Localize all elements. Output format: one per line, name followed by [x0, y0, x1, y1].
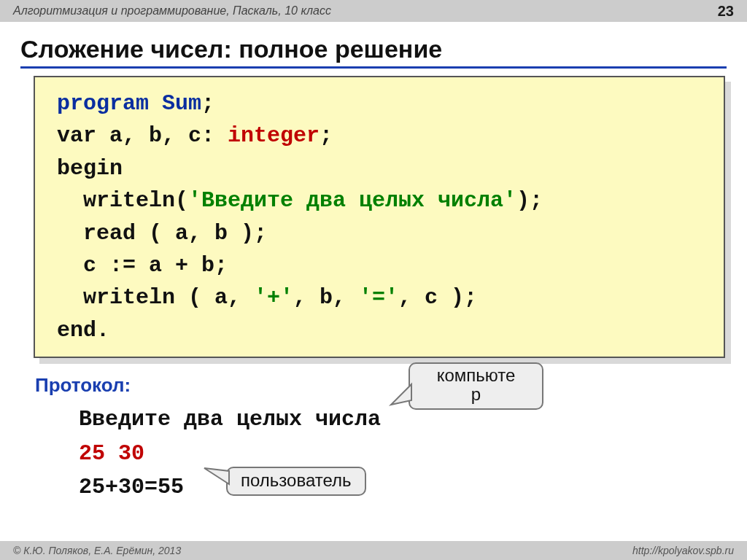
code-text: , b,	[293, 285, 359, 310]
code-text: ;	[201, 91, 214, 116]
code-string: '+'	[254, 285, 293, 310]
code-text: writeln ( a,	[57, 285, 254, 310]
code-text: var a, b, c:	[57, 123, 228, 148]
code-string: '='	[359, 285, 398, 310]
callout-user: пользователь	[226, 467, 366, 496]
code-text: ;	[320, 123, 333, 148]
callout-user-text: пользователь	[241, 470, 352, 490]
svg-marker-1	[204, 468, 229, 484]
protocol-line: 25+30=55	[79, 470, 747, 505]
callout-computer-text: компьюте р	[437, 366, 516, 405]
code-text: , c );	[398, 285, 477, 310]
code-string: 'Введите два целых числа'	[188, 188, 516, 213]
code-program-name: Sum	[162, 91, 201, 116]
slide-title: Сложение чисел: полное решение	[20, 35, 727, 69]
footer-copyright: © К.Ю. Поляков, Е.А. Ерёмин, 2013	[13, 545, 181, 556]
slide-header: Алгоритмизация и программирование, Паска…	[0, 0, 747, 22]
callout-tail-icon	[203, 467, 232, 489]
protocol-output: Введите два целых числа 25 30 25+30=55	[79, 402, 747, 505]
code-text: end.	[57, 318, 109, 343]
footer-url: http://kpolyakov.spb.ru	[632, 545, 734, 556]
slide: Алгоритмизация и программирование, Паска…	[0, 0, 747, 560]
code-text: );	[516, 188, 543, 213]
callout-computer: компьюте р	[409, 362, 543, 410]
svg-marker-0	[391, 384, 411, 405]
code-kw-program: program	[57, 91, 162, 116]
code-text: read ( a, b );	[57, 221, 267, 246]
code-text: writeln(	[57, 188, 188, 213]
slide-footer: © К.Ю. Поляков, Е.А. Ерёмин, 2013 http:/…	[0, 541, 747, 560]
course-title: Алгоритмизация и программирование, Паска…	[13, 4, 331, 18]
protocol-user-input: 25 30	[79, 437, 747, 471]
code-text: c := a + b;	[57, 253, 228, 278]
code-block: program Sum; var a, b, c: integer; begin…	[34, 76, 725, 358]
page-number: 23	[718, 3, 734, 20]
code-block-container: program Sum; var a, b, c: integer; begin…	[34, 76, 725, 358]
callout-tail-icon	[390, 381, 414, 406]
code-kw-integer: integer	[228, 123, 320, 148]
code-text: begin	[57, 156, 123, 181]
